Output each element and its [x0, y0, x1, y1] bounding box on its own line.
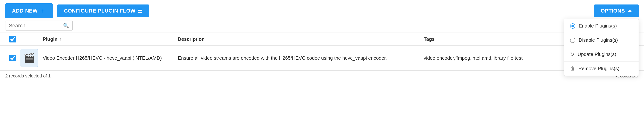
add-new-label: ADD NEW — [12, 8, 38, 14]
plus-icon: ＋ — [40, 7, 46, 15]
row-description: Ensure all video streams are encoded wit… — [178, 55, 424, 61]
select-all-checkbox[interactable] — [9, 36, 16, 42]
tags-column-label: Tags — [424, 36, 435, 42]
plugin-icon: 🎬 — [24, 53, 35, 63]
options-label: OPTIONS — [600, 8, 625, 14]
options-button[interactable]: OPTIONS — [594, 4, 639, 17]
records-selected-text: 2 records selected of 1 — [5, 73, 51, 78]
dropdown-disable[interactable]: Disable Plugins(s) — [564, 33, 638, 47]
plugin-name-text: Video Encoder H265/HEVC - hevc_vaapi (IN… — [43, 55, 162, 61]
list-icon: ☰ — [138, 8, 142, 14]
row-tags: video,encoder,ffmpeg,intel,amd,library f… — [424, 55, 577, 61]
tags-text: video,encoder,ffmpeg,intel,amd,library f… — [424, 55, 522, 61]
plugin-column-label: Plugin — [43, 36, 58, 42]
options-button-wrapper: OPTIONS — [594, 4, 639, 17]
header-check-col — [5, 36, 20, 42]
sort-arrow-icon[interactable]: ↑ — [59, 37, 61, 41]
disable-label: Disable Plugins(s) — [579, 37, 618, 43]
trash-icon: 🗑 — [570, 66, 575, 72]
search-bar: 🔍 — [5, 20, 72, 31]
description-column-label: Description — [178, 36, 205, 42]
plugin-icon-box: 🎬 — [20, 49, 38, 67]
toolbar: ADD NEW ＋ CONFIGURE PLUGIN FLOW ☰ OPTION… — [0, 0, 644, 20]
table-row: 🎬 Video Encoder H265/HEVC - hevc_vaapi (… — [0, 46, 644, 70]
row-check-col — [5, 55, 20, 61]
plugins-table: Plugin ↑ Description Tags Author 🎬 — [0, 32, 644, 70]
dropdown-enable[interactable]: Enable Plugins(s) — [564, 19, 638, 33]
configure-label: CONFIGURE PLUGIN FLOW — [64, 8, 136, 14]
row-checkbox[interactable] — [9, 55, 16, 61]
enable-radio-icon — [570, 24, 575, 28]
footer-bar: 2 records selected of 1 Records per — [0, 70, 644, 81]
options-dropdown: Enable Plugins(s) Disable Plugins(s) ↻ U… — [564, 19, 639, 76]
update-label: Update Plugins(s) — [578, 52, 616, 57]
header-description-col: Description — [178, 36, 424, 42]
header-plugin-col: Plugin ↑ — [43, 36, 178, 42]
remove-label: Remove Plugins(s) — [578, 66, 620, 72]
search-input[interactable] — [9, 23, 62, 28]
row-plugin-name: Video Encoder H265/HEVC - hevc_vaapi (IN… — [43, 55, 178, 61]
enable-label: Enable Plugins(s) — [579, 23, 617, 29]
toolbar-left: ADD NEW ＋ CONFIGURE PLUGIN FLOW ☰ — [5, 3, 149, 18]
row-icon-col: 🎬 — [20, 49, 43, 67]
search-icon: 🔍 — [63, 23, 69, 28]
refresh-icon: ↻ — [570, 52, 574, 57]
chevron-up-icon — [628, 10, 632, 12]
disable-circle-icon — [570, 38, 575, 43]
table-header: Plugin ↑ Description Tags Author — [0, 33, 644, 46]
header-tags-col: Tags — [424, 36, 577, 42]
dropdown-remove[interactable]: 🗑 Remove Plugins(s) — [564, 62, 638, 76]
configure-plugin-flow-button[interactable]: CONFIGURE PLUGIN FLOW ☰ — [57, 4, 149, 18]
add-new-button[interactable]: ADD NEW ＋ — [5, 3, 53, 18]
dropdown-update[interactable]: ↻ Update Plugins(s) — [564, 47, 638, 62]
description-text: Ensure all video streams are encoded wit… — [178, 55, 387, 61]
